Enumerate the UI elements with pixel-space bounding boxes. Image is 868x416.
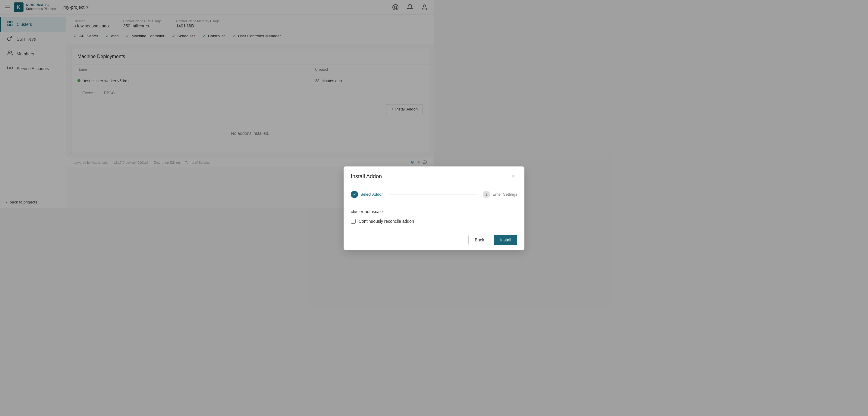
step-1: ✓ Select Addon [351,191,384,198]
step-divider [389,194,434,195]
modal-body: cluster-autoscaler Continuously reconcil… [344,203,434,208]
install-addon-modal: Install Addon × ✓ Select Addon 2 Enter S… [344,167,434,208]
stepper: ✓ Select Addon 2 Enter Settings [344,186,434,203]
step-1-label: Select Addon [361,192,384,197]
modal-header: Install Addon × [344,167,434,186]
step-1-circle: ✓ [351,191,358,198]
modal-overlay: Install Addon × ✓ Select Addon 2 Enter S… [0,0,434,208]
modal-title: Install Addon [351,173,382,180]
